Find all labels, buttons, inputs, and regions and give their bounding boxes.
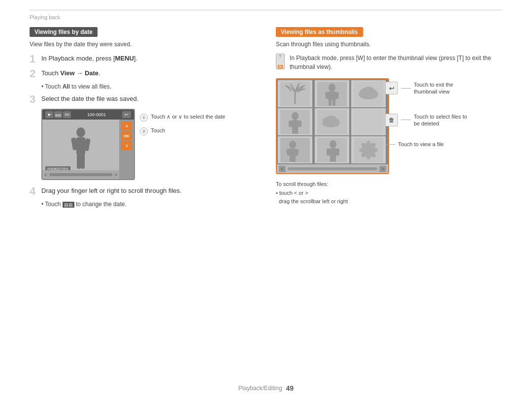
side-note-1: ① Touch ∧ or ∨ to select the date xyxy=(140,114,225,122)
delete-line xyxy=(401,120,411,120)
thumb-flower-1 xyxy=(354,138,383,162)
svg-rect-26 xyxy=(295,127,298,134)
scroll-note-2: drag the scrollbar left or right xyxy=(276,197,502,206)
svg-point-19 xyxy=(362,87,375,96)
view-annotation: Touch to view a file xyxy=(385,141,468,148)
svg-point-0 xyxy=(76,127,85,137)
thumb-cloud-1 xyxy=(354,82,383,106)
view-line xyxy=(385,144,395,145)
svg-rect-5 xyxy=(81,154,85,169)
delete-btn[interactable]: 🗑 xyxy=(385,114,398,126)
cam-side-controls: ∧ OK ∨ xyxy=(119,120,134,179)
step-3-content: Select the date the file was saved. xyxy=(41,94,138,102)
thumb-bottom-bar: < > xyxy=(277,164,388,173)
cam-up-btn[interactable]: ∧ xyxy=(121,122,132,130)
right-zoom-note: In Playback mode, press [W] to enter the… xyxy=(290,54,502,71)
svg-rect-24 xyxy=(298,121,301,127)
left-column: Viewing files by date View files by the … xyxy=(30,27,256,212)
thumb-grid xyxy=(277,79,388,164)
cam-down-btn[interactable]: ∨ xyxy=(121,141,132,150)
scroll-note-1: • touch < or > xyxy=(276,189,502,198)
footer-page: 49 xyxy=(286,384,294,392)
svg-rect-38 xyxy=(290,156,293,162)
svg-rect-23 xyxy=(289,121,292,127)
thumb-scrollbar[interactable] xyxy=(288,167,377,170)
svg-rect-12 xyxy=(334,92,338,99)
step-1-num: 1 xyxy=(30,54,38,64)
delete-annotation: 🗑 Touch to select files to be deleted xyxy=(385,113,468,127)
cam-ok-btn[interactable]: OK xyxy=(121,131,132,140)
step-3-num: 3 xyxy=(30,94,38,105)
left-section-header: Viewing files by date xyxy=(30,27,98,37)
thumb-person-2 xyxy=(280,110,310,134)
svg-rect-45 xyxy=(330,156,333,162)
thumb-cell-7 xyxy=(278,136,312,163)
svg-rect-22 xyxy=(292,120,299,128)
step-1: 1 In Playback mode, press [MENU]. xyxy=(30,54,256,64)
exit-annotation: ↩ Touch to exit the thumbnail view xyxy=(385,81,468,95)
cam-left-arrow[interactable]: < xyxy=(44,172,47,178)
bullet-4-1: Touch ▤▤ to change the date. xyxy=(41,201,256,208)
camera-mockup: ▶ ▤▤ 8M 100-0001 ↩ xyxy=(41,109,256,180)
thumb-person-4 xyxy=(317,138,347,162)
step-4-content: Drag your finger left or right to scroll… xyxy=(41,186,182,194)
thumb-palm-1 xyxy=(280,82,310,106)
zoom-t-label: T xyxy=(279,55,281,58)
footer: Playback/Editing 49 xyxy=(0,384,532,392)
thumb-grid-outer: < > xyxy=(276,78,389,174)
cam-right-arrow[interactable]: > xyxy=(114,172,117,178)
thumb-cloud-2 xyxy=(317,110,347,134)
delete-note: Touch to select files to be deleted xyxy=(414,113,468,127)
thumb-cell-4 xyxy=(278,108,312,135)
svg-rect-46 xyxy=(333,156,336,162)
step-2-content: Touch View → Date. xyxy=(41,68,100,77)
step-1-content: In Playback mode, press [MENU]. xyxy=(41,54,137,62)
thumb-person-1 xyxy=(317,82,347,106)
thumb-grid-container: < > ↩ Touch to exit the thumbnail view xyxy=(276,78,389,174)
cam-shot-icon: 8M xyxy=(63,111,71,118)
thumb-viewer-area: < > ↩ Touch to exit the thumbnail view xyxy=(276,78,502,174)
thumb-blank-1 xyxy=(354,110,383,134)
svg-rect-11 xyxy=(325,92,329,99)
side-note-2: ② Touch xyxy=(140,127,225,135)
section-label: Playing back xyxy=(30,14,502,20)
cam-bottom-bar: < > xyxy=(42,170,119,179)
svg-rect-14 xyxy=(332,100,335,106)
thumb-cell-6 xyxy=(351,108,386,135)
svg-rect-39 xyxy=(293,156,296,162)
scroll-title: To scroll through files: xyxy=(276,180,502,189)
exit-btn[interactable]: ↩ xyxy=(385,82,398,94)
cam-side-notes: ① Touch ∧ or ∨ to select the date ② Touc… xyxy=(140,109,225,135)
zoom-w-label: W xyxy=(278,65,283,68)
thumb-cell-8 xyxy=(315,136,349,163)
svg-rect-32 xyxy=(354,110,383,134)
thumb-right-arrow[interactable]: > xyxy=(379,166,386,172)
right-section-header: Viewing files as thumbnails xyxy=(276,27,363,37)
thumb-side-annotations: ↩ Touch to exit the thumbnail view 🗑 Tou… xyxy=(385,81,468,148)
view-note: Touch to view a file xyxy=(398,141,444,148)
svg-rect-1 xyxy=(76,137,85,154)
step-2-bullets: Touch All to view all files. xyxy=(41,83,256,90)
right-column: Viewing files as thumbnails Scan through… xyxy=(276,27,502,212)
camera-screen: ▶ ▤▤ 8M 100-0001 ↩ xyxy=(41,109,135,180)
svg-point-34 xyxy=(289,141,296,149)
side-note-1-text: Touch ∧ or ∨ to select the date xyxy=(151,114,225,120)
cam-back-btn[interactable]: ↩ xyxy=(122,111,131,118)
svg-rect-44 xyxy=(336,149,339,155)
cam-figure-svg xyxy=(68,127,93,172)
svg-rect-43 xyxy=(327,149,330,155)
step-2: 2 Touch View → Date. xyxy=(30,68,256,79)
top-divider xyxy=(30,10,502,10)
thumb-person-3 xyxy=(280,138,310,162)
cam-scrollbar[interactable] xyxy=(49,173,112,176)
scroll-notes: To scroll through files: • touch < or > … xyxy=(276,180,502,206)
cam-mode-icon: ▤▤ xyxy=(54,111,62,118)
svg-rect-4 xyxy=(77,154,81,169)
thumb-left-arrow[interactable]: < xyxy=(279,166,286,172)
exit-note: Touch to exit the thumbnail view xyxy=(414,81,468,95)
step-2-num: 2 xyxy=(30,68,38,79)
zoom-lever-icon: T W xyxy=(276,54,285,69)
svg-rect-13 xyxy=(329,100,332,106)
thumb-cell-9 xyxy=(351,136,386,163)
cam-top-icons: ▶ ▤▤ 8M xyxy=(45,111,71,118)
